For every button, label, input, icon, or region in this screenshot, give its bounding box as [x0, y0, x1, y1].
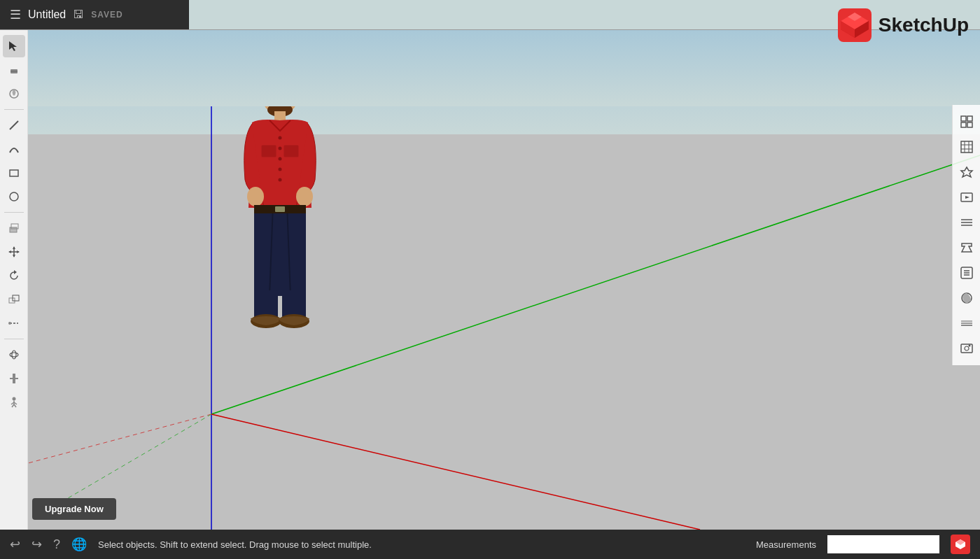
- tool-rotate[interactable]: [3, 264, 25, 287]
- svg-rect-29: [254, 205, 306, 296]
- separator-2: [4, 212, 24, 213]
- svg-rect-21: [284, 145, 299, 157]
- svg-rect-33: [275, 206, 285, 212]
- panel-fog[interactable]: [955, 312, 978, 334]
- titlebar: ☰ Untitled 🖫 SAVED: [0, 0, 189, 29]
- tool-select[interactable]: [3, 35, 25, 57]
- panel-outliner[interactable]: [955, 262, 978, 284]
- tool-line[interactable]: [3, 114, 25, 136]
- panel-shadows[interactable]: [955, 287, 978, 309]
- panel-scenes[interactable]: [955, 186, 978, 208]
- svg-marker-75: [961, 167, 972, 177]
- globe-icon[interactable]: 🌐: [71, 537, 87, 552]
- help-icon[interactable]: ?: [53, 537, 60, 552]
- left-toolbar: [0, 29, 28, 530]
- sketchup-badge-icon: [951, 535, 970, 554]
- svg-point-44: [10, 192, 18, 201]
- right-toolbar: [952, 105, 980, 365]
- undo-icon[interactable]: ↩: [10, 537, 20, 552]
- logo-icon: [836, 7, 873, 43]
- svg-marker-77: [965, 196, 969, 199]
- svg-rect-67: [967, 116, 972, 121]
- logo-text: SketchUp: [878, 14, 969, 36]
- save-icon[interactable]: 🖫: [73, 8, 84, 21]
- svg-point-27: [247, 187, 264, 206]
- saved-status: SAVED: [91, 10, 122, 20]
- tool-rectangle[interactable]: [3, 162, 25, 184]
- tool-push-pull[interactable]: [3, 217, 25, 239]
- svg-point-60: [12, 397, 15, 401]
- redo-icon[interactable]: ↪: [31, 537, 42, 552]
- svg-rect-89: [961, 344, 972, 353]
- person-figure: [234, 68, 326, 334]
- tool-tape[interactable]: [3, 312, 25, 334]
- separator-1: [4, 109, 24, 110]
- separator-3: [4, 339, 24, 339]
- svg-marker-51: [8, 250, 11, 253]
- panel-layers[interactable]: [955, 211, 978, 234]
- upgrade-button[interactable]: Upgrade Now: [32, 498, 116, 520]
- svg-point-90: [965, 346, 969, 351]
- svg-marker-53: [14, 270, 17, 274]
- svg-point-58: [10, 353, 18, 357]
- svg-marker-38: [9, 41, 17, 51]
- svg-point-59: [12, 351, 16, 359]
- svg-marker-50: [13, 255, 15, 257]
- svg-line-65: [14, 404, 16, 407]
- sky-area: [0, 29, 980, 106]
- svg-point-23: [279, 147, 282, 150]
- tool-orbit[interactable]: [3, 344, 25, 366]
- svg-rect-7: [28, 134, 980, 530]
- svg-point-26: [279, 178, 282, 182]
- svg-point-22: [279, 136, 282, 140]
- panel-entity-info[interactable]: [955, 236, 978, 259]
- panel-styles[interactable]: [955, 161, 978, 183]
- bottombar: ↩ ↪ ? 🌐 Select objects. Shift to extend …: [0, 530, 980, 559]
- tool-scale[interactable]: [3, 288, 25, 311]
- measurements-input[interactable]: [827, 535, 939, 553]
- svg-rect-70: [961, 141, 972, 153]
- top-divider: [0, 29, 980, 30]
- tool-walk[interactable]: [3, 391, 25, 413]
- status-text: Select objects. Shift to extend select. …: [98, 539, 745, 550]
- svg-point-28: [296, 187, 313, 206]
- tool-move[interactable]: [3, 241, 25, 263]
- svg-marker-49: [13, 246, 15, 249]
- svg-point-25: [279, 168, 282, 171]
- tool-arc[interactable]: [3, 138, 25, 160]
- tool-paint[interactable]: [3, 83, 25, 105]
- panel-match-photo[interactable]: [955, 337, 978, 360]
- svg-marker-52: [17, 250, 20, 253]
- svg-rect-69: [967, 122, 972, 127]
- svg-line-42: [10, 121, 18, 129]
- svg-rect-20: [261, 145, 276, 157]
- svg-point-24: [279, 157, 282, 161]
- svg-rect-68: [961, 122, 966, 127]
- tool-pan[interactable]: [3, 367, 25, 390]
- measurements-label: Measurements: [756, 539, 816, 550]
- panel-components[interactable]: [955, 111, 978, 133]
- svg-rect-43: [10, 170, 18, 176]
- document-title: Untitled: [28, 8, 66, 21]
- panel-materials[interactable]: [955, 136, 978, 158]
- tool-eraser[interactable]: [3, 59, 25, 81]
- svg-point-91: [968, 345, 970, 347]
- tool-circle[interactable]: [3, 185, 25, 208]
- svg-point-57: [8, 322, 11, 325]
- menu-icon[interactable]: ☰: [10, 7, 21, 22]
- svg-rect-66: [961, 116, 966, 121]
- sketchup-logo: SketchUp: [836, 7, 969, 43]
